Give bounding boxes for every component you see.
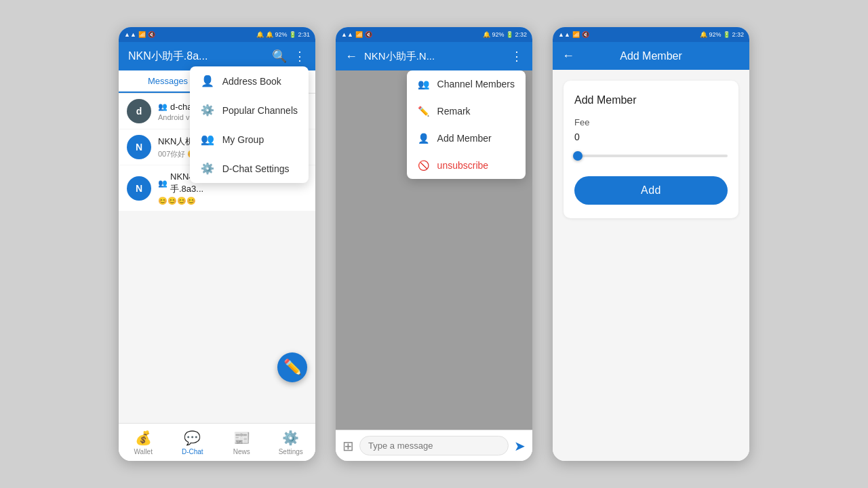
dropdown-unsubscribe[interactable]: 🚫 unsubscribe — [407, 152, 526, 179]
dropdown-my-group[interactable]: 👥 My Group — [190, 125, 309, 154]
dropdown-add-member[interactable]: 👤 Add Member — [407, 125, 526, 152]
status-bar-right-2: 🔔 92% 🔋 2:32 — [483, 31, 527, 38]
battery-2: 🔔 92% 🔋 2:32 — [483, 31, 527, 38]
my-group-icon: 👥 — [201, 133, 214, 146]
slider-thumb[interactable] — [573, 151, 583, 161]
emoji-icon[interactable]: ⊞ — [342, 438, 354, 454]
dropdown-popular-channels[interactable]: ⚙️ Popular Channels — [190, 96, 309, 125]
phone-screen-3: ▲▲ 📶 🔇 🔔 92% 🔋 2:32 ← Add Member Add Mem… — [553, 27, 749, 461]
avatar-nkn1: N — [127, 135, 151, 159]
notification-icon: 🔔 — [256, 31, 264, 38]
screen3-title: Add Member — [581, 50, 721, 62]
mute-icon: 🔇 — [148, 31, 155, 38]
nav-settings[interactable]: ⚙️ Settings — [267, 424, 316, 461]
address-book-icon: 👤 — [201, 75, 214, 87]
status-bar-left-2: ▲▲ 📶 🔇 — [341, 31, 372, 38]
dropdown-channel-members[interactable]: 👥 Channel Members — [407, 70, 526, 98]
screen1-title: NKN小助手.8a... — [128, 49, 208, 64]
add-button[interactable]: Add — [574, 176, 728, 205]
back-arrow-2[interactable]: ← — [345, 49, 357, 64]
status-bar-right-1: 🔔 🔔 92% 🔋 2:31 — [256, 31, 310, 38]
dropdown-menu: 👤 Address Book ⚙️ Popular Channels 👥 My … — [190, 66, 309, 183]
remark-icon: ✏️ — [418, 106, 429, 117]
group-icon-2: 👥 — [158, 179, 167, 188]
signal-icon: ▲▲ — [124, 31, 136, 38]
back-arrow-3[interactable]: ← — [562, 49, 574, 63]
add-member-icon: 👤 — [418, 133, 429, 144]
wallet-icon: 💰 — [135, 430, 152, 446]
nav-news[interactable]: 📰 News — [217, 424, 267, 461]
battery-3: 🔔 92% 🔋 2:32 — [700, 31, 744, 38]
mute-icon-3: 🔇 — [582, 31, 589, 38]
bottom-nav: 💰 Wallet 💬 D-Chat 📰 News ⚙️ Settings — [119, 423, 315, 461]
search-icon[interactable]: 🔍 — [272, 49, 287, 64]
phone-screen-2: ▲▲ 📶 🔇 🔔 92% 🔋 2:32 ← NKN小助手.N... ⋮ 👥 Ch… — [336, 27, 532, 461]
group-icon: 👥 — [158, 102, 167, 111]
wifi-icon: 📶 — [138, 31, 146, 38]
fee-value: 0 — [574, 131, 728, 142]
status-bar-3: ▲▲ 📶 🔇 🔔 92% 🔋 2:32 — [553, 27, 749, 42]
screen3-header: ← Add Member — [553, 42, 749, 70]
avatar-nkn2: N — [127, 176, 151, 201]
more-icon-2[interactable]: ⋮ — [511, 49, 523, 64]
status-bar-2: ▲▲ 📶 🔇 🔔 92% 🔋 2:32 — [336, 27, 532, 42]
phone-screen-1: ▲▲ 📶 🔇 🔔 🔔 92% 🔋 2:31 NKN小助手.8a... 🔍 ⋮ M… — [119, 27, 315, 461]
nav-wallet[interactable]: 💰 Wallet — [119, 424, 168, 461]
status-bar-left-1: ▲▲ 📶 🔇 — [124, 31, 155, 38]
compose-fab[interactable]: ✏️ — [277, 352, 307, 382]
slider-track — [574, 155, 728, 157]
message-input[interactable] — [359, 436, 509, 455]
send-icon[interactable]: ➤ — [514, 438, 526, 454]
channel-dropdown: 👥 Channel Members ✏️ Remark 👤 Add Member… — [407, 70, 526, 179]
screen2-title: NKN小助手.N... — [364, 50, 504, 63]
input-bar: ⊞ ➤ — [336, 430, 532, 461]
screen2-header: ← NKN小助手.N... ⋮ — [336, 42, 532, 70]
signal-icon-3: ▲▲ — [558, 31, 570, 38]
fee-label: Fee — [574, 117, 728, 127]
status-bar-right-3: 🔔 92% 🔋 2:32 — [700, 31, 744, 38]
settings-icon: ⚙️ — [282, 430, 299, 446]
chat-body: 👥 Channel Members ✏️ Remark 👤 Add Member… — [336, 70, 532, 430]
fee-slider-container[interactable] — [574, 149, 728, 163]
news-icon: 📰 — [233, 430, 250, 446]
mute-icon-2: 🔇 — [365, 31, 372, 38]
popular-channels-icon: ⚙️ — [201, 104, 214, 117]
dchat-settings-icon: ⚙️ — [201, 162, 214, 175]
status-bar-left-3: ▲▲ 📶 🔇 — [558, 31, 589, 38]
card-title: Add Member — [574, 94, 728, 106]
dchat-icon: 💬 — [184, 430, 201, 446]
more-icon[interactable]: ⋮ — [294, 49, 306, 64]
avatar-dchat: d — [127, 99, 151, 123]
channel-members-icon: 👥 — [418, 79, 429, 89]
dropdown-dchat-settings[interactable]: ⚙️ D-Chat Settings — [190, 154, 309, 183]
status-bar-1: ▲▲ 📶 🔇 🔔 🔔 92% 🔋 2:31 — [119, 27, 315, 42]
dropdown-remark[interactable]: ✏️ Remark — [407, 98, 526, 125]
unsubscribe-icon: 🚫 — [418, 160, 429, 171]
wifi-icon-2: 📶 — [355, 31, 363, 38]
header-icons: 🔍 ⋮ — [272, 49, 306, 64]
add-member-card: Add Member Fee 0 Add — [564, 81, 738, 218]
add-member-body: Add Member Fee 0 Add — [553, 70, 749, 461]
message-preview-nkn2: 😊😊😊😊 — [158, 197, 286, 205]
nav-dchat[interactable]: 💬 D-Chat — [168, 424, 218, 461]
dropdown-address-book[interactable]: 👤 Address Book — [190, 66, 309, 96]
wifi-icon-3: 📶 — [572, 31, 580, 38]
battery-pct: 🔔 92% 🔋 2:31 — [266, 31, 310, 38]
signal-icon-2: ▲▲ — [341, 31, 353, 38]
